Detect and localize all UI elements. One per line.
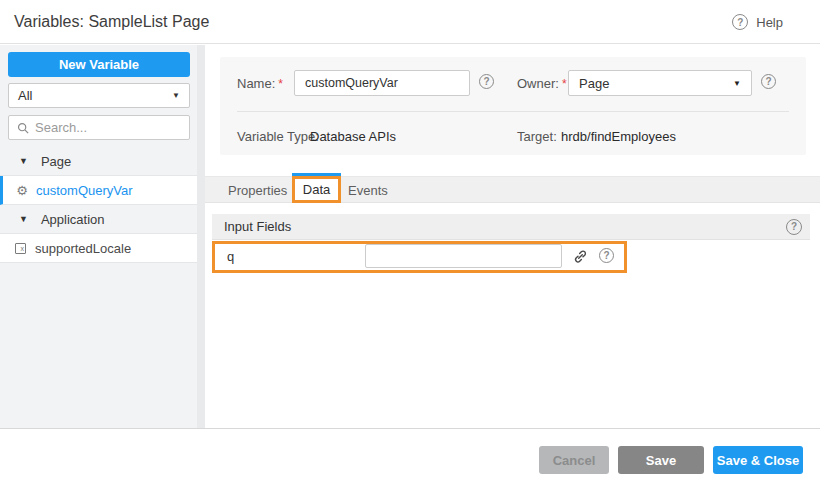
search-icon: [17, 122, 29, 134]
save-button[interactable]: Save: [618, 446, 704, 474]
card-divider: [237, 111, 789, 112]
required-marker: *: [562, 77, 567, 91]
tree-item-supportedlocale[interactable]: x supportedLocale: [0, 234, 197, 263]
variables-dialog: Variables: SampleList Page ? Help New Va…: [0, 0, 820, 489]
name-help-icon[interactable]: ?: [479, 74, 494, 89]
target-value: hrdb/findEmployees: [561, 129, 676, 144]
name-label: Name:*: [237, 76, 283, 91]
variable-type-label: Variable Type:: [237, 129, 319, 144]
gear-icon: ⚙︎: [15, 183, 29, 198]
chevron-down-icon: ▼: [733, 79, 741, 88]
name-label-text: Name:: [237, 76, 275, 91]
variable-filter-value: All: [18, 88, 32, 103]
tab-data[interactable]: Data: [292, 176, 341, 203]
help-icon: ?: [732, 14, 748, 30]
search-input[interactable]: [35, 120, 175, 135]
variable-summary-card: Name:* ? Owner:* Page ▼ ? Variable Type:…: [220, 57, 806, 155]
variables-sidebar: New Variable All ▼ ▼ Page ⚙︎ customQuery…: [0, 45, 197, 428]
cancel-button[interactable]: Cancel: [539, 446, 609, 474]
input-fields-help-icon[interactable]: ?: [786, 219, 802, 235]
field-q-input[interactable]: [365, 244, 562, 268]
variable-icon: x: [15, 243, 26, 254]
tree-group-application[interactable]: ▼ Application: [0, 205, 197, 234]
owner-label-text: Owner:: [517, 76, 559, 91]
help-label: Help: [756, 15, 783, 30]
input-field-row-q: q ?: [212, 241, 627, 273]
chevron-down-icon: ▼: [172, 91, 180, 100]
tree-item-label: customQueryVar: [36, 183, 133, 198]
dialog-header: Variables: SampleList Page ? Help: [0, 0, 820, 44]
dialog-footer: Cancel Save Save & Close: [0, 429, 820, 489]
new-variable-button[interactable]: New Variable: [8, 52, 190, 77]
input-fields-header: Input Fields ?: [212, 214, 810, 240]
tree-item-customqueryvar[interactable]: ⚙︎ customQueryVar: [0, 176, 197, 205]
save-close-button[interactable]: Save & Close: [713, 446, 803, 474]
sidebar-scrollbar[interactable]: [197, 45, 205, 428]
owner-label: Owner:*: [517, 76, 567, 91]
help-link[interactable]: ? Help: [732, 0, 783, 44]
tree-group-label: Page: [41, 154, 71, 169]
target-label: Target:: [517, 129, 557, 144]
variables-tree: ▼ Page ⚙︎ customQueryVar ▼ Application x…: [0, 147, 197, 263]
required-marker: *: [278, 77, 283, 91]
field-name-label: q: [227, 249, 234, 264]
variable-detail-panel: Name:* ? Owner:* Page ▼ ? Variable Type:…: [205, 45, 820, 428]
name-input[interactable]: [294, 70, 470, 96]
tab-properties[interactable]: Properties: [228, 177, 287, 204]
tree-item-label: supportedLocale: [35, 241, 131, 256]
owner-select-value: Page: [579, 76, 609, 91]
triangle-down-icon: ▼: [19, 156, 28, 166]
footer-buttons: Cancel Save Save & Close: [539, 446, 803, 474]
search-box: [8, 115, 190, 140]
owner-select[interactable]: Page ▼: [568, 70, 752, 96]
tab-events[interactable]: Events: [348, 177, 388, 204]
tree-group-label: Application: [41, 212, 105, 227]
page-title: Variables: SampleList Page: [14, 13, 209, 31]
input-fields-title: Input Fields: [224, 219, 291, 234]
triangle-down-icon: ▼: [19, 214, 28, 224]
tree-group-page[interactable]: ▼ Page: [0, 147, 197, 176]
owner-help-icon[interactable]: ?: [761, 74, 776, 89]
variable-filter-select[interactable]: All ▼: [8, 83, 190, 108]
variable-type-value: Database APIs: [310, 129, 396, 144]
field-help-icon[interactable]: ?: [599, 248, 614, 263]
bind-link-icon[interactable]: [571, 248, 589, 266]
